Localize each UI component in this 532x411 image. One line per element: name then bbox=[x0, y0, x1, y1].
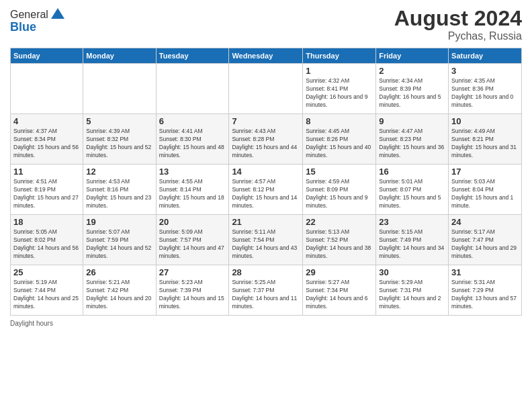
day-number: 2 bbox=[379, 66, 445, 76]
day-detail: Sunrise: 4:59 AM Sunset: 8:09 PM Dayligh… bbox=[306, 178, 373, 210]
day-number: 15 bbox=[306, 167, 373, 177]
day-number: 13 bbox=[159, 167, 226, 177]
day-number: 11 bbox=[13, 167, 80, 177]
page-header: General Blue August 2024 Pychas, Russia bbox=[10, 7, 522, 42]
day-detail: Sunrise: 5:07 AM Sunset: 7:59 PM Dayligh… bbox=[86, 228, 152, 261]
table-row bbox=[229, 64, 303, 114]
day-number: 1 bbox=[306, 66, 373, 76]
col-saturday: Saturday bbox=[449, 48, 522, 64]
table-row: 24Sunrise: 5:17 AM Sunset: 7:47 PM Dayli… bbox=[449, 215, 522, 265]
location-title: Pychas, Russia bbox=[394, 30, 522, 42]
day-number: 17 bbox=[451, 167, 519, 177]
table-row: 18Sunrise: 5:05 AM Sunset: 8:02 PM Dayli… bbox=[11, 215, 83, 265]
table-row: 3Sunrise: 4:35 AM Sunset: 8:36 PM Daylig… bbox=[449, 64, 522, 114]
calendar-week-row: 1Sunrise: 4:32 AM Sunset: 8:41 PM Daylig… bbox=[11, 64, 522, 114]
day-number: 22 bbox=[306, 217, 373, 227]
table-row: 21Sunrise: 5:11 AM Sunset: 7:54 PM Dayli… bbox=[229, 215, 303, 265]
col-friday: Friday bbox=[376, 48, 449, 64]
day-detail: Sunrise: 4:47 AM Sunset: 8:23 PM Dayligh… bbox=[379, 128, 445, 160]
day-number: 30 bbox=[379, 267, 445, 277]
table-row bbox=[156, 64, 229, 114]
calendar-week-row: 18Sunrise: 5:05 AM Sunset: 8:02 PM Dayli… bbox=[11, 215, 522, 265]
col-tuesday: Tuesday bbox=[156, 48, 229, 64]
calendar-table: Sunday Monday Tuesday Wednesday Thursday… bbox=[10, 48, 522, 316]
day-detail: Sunrise: 5:01 AM Sunset: 8:07 PM Dayligh… bbox=[379, 178, 445, 210]
table-row: 30Sunrise: 5:29 AM Sunset: 7:31 PM Dayli… bbox=[376, 265, 449, 316]
day-detail: Sunrise: 5:03 AM Sunset: 8:04 PM Dayligh… bbox=[451, 178, 519, 210]
logo-icon bbox=[50, 7, 66, 23]
table-row: 19Sunrise: 5:07 AM Sunset: 7:59 PM Dayli… bbox=[83, 215, 156, 265]
day-number: 24 bbox=[451, 217, 519, 227]
day-detail: Sunrise: 5:17 AM Sunset: 7:47 PM Dayligh… bbox=[451, 228, 519, 261]
day-number: 26 bbox=[86, 267, 152, 277]
day-detail: Sunrise: 4:45 AM Sunset: 8:26 PM Dayligh… bbox=[306, 128, 373, 160]
day-detail: Sunrise: 5:21 AM Sunset: 7:42 PM Dayligh… bbox=[86, 279, 152, 311]
logo: General Blue bbox=[10, 7, 66, 34]
svg-marker-0 bbox=[51, 8, 64, 19]
table-row: 11Sunrise: 4:51 AM Sunset: 8:19 PM Dayli… bbox=[11, 165, 83, 215]
col-thursday: Thursday bbox=[303, 48, 376, 64]
day-number: 9 bbox=[379, 116, 445, 126]
day-detail: Sunrise: 5:11 AM Sunset: 7:54 PM Dayligh… bbox=[232, 228, 300, 261]
calendar-week-row: 25Sunrise: 5:19 AM Sunset: 7:44 PM Dayli… bbox=[11, 265, 522, 316]
day-number: 19 bbox=[86, 217, 152, 227]
footer: Daylight hours bbox=[10, 320, 522, 327]
table-row: 12Sunrise: 4:53 AM Sunset: 8:16 PM Dayli… bbox=[83, 165, 156, 215]
table-row: 29Sunrise: 5:27 AM Sunset: 7:34 PM Dayli… bbox=[303, 265, 376, 316]
day-number: 21 bbox=[232, 217, 300, 227]
day-detail: Sunrise: 4:53 AM Sunset: 8:16 PM Dayligh… bbox=[86, 178, 152, 210]
day-detail: Sunrise: 5:15 AM Sunset: 7:49 PM Dayligh… bbox=[379, 228, 445, 261]
day-detail: Sunrise: 5:09 AM Sunset: 7:57 PM Dayligh… bbox=[159, 228, 226, 261]
day-detail: Sunrise: 4:57 AM Sunset: 8:12 PM Dayligh… bbox=[232, 178, 300, 210]
day-number: 25 bbox=[13, 267, 80, 277]
day-detail: Sunrise: 5:29 AM Sunset: 7:31 PM Dayligh… bbox=[379, 279, 445, 311]
table-row: 31Sunrise: 5:31 AM Sunset: 7:29 PM Dayli… bbox=[449, 265, 522, 316]
calendar-week-row: 11Sunrise: 4:51 AM Sunset: 8:19 PM Dayli… bbox=[11, 165, 522, 215]
table-row: 5Sunrise: 4:39 AM Sunset: 8:32 PM Daylig… bbox=[83, 114, 156, 165]
day-detail: Sunrise: 4:41 AM Sunset: 8:30 PM Dayligh… bbox=[159, 128, 226, 160]
day-detail: Sunrise: 4:34 AM Sunset: 8:39 PM Dayligh… bbox=[379, 77, 445, 109]
table-row: 1Sunrise: 4:32 AM Sunset: 8:41 PM Daylig… bbox=[303, 64, 376, 114]
month-year-title: August 2024 bbox=[394, 7, 522, 30]
day-detail: Sunrise: 4:43 AM Sunset: 8:28 PM Dayligh… bbox=[232, 128, 300, 160]
table-row: 9Sunrise: 4:47 AM Sunset: 8:23 PM Daylig… bbox=[376, 114, 449, 165]
day-number: 3 bbox=[451, 66, 519, 76]
day-number: 6 bbox=[159, 116, 226, 126]
day-detail: Sunrise: 5:27 AM Sunset: 7:34 PM Dayligh… bbox=[306, 279, 373, 311]
table-row: 4Sunrise: 4:37 AM Sunset: 8:34 PM Daylig… bbox=[11, 114, 83, 165]
table-row: 6Sunrise: 4:41 AM Sunset: 8:30 PM Daylig… bbox=[156, 114, 229, 165]
day-number: 20 bbox=[159, 217, 226, 227]
day-detail: Sunrise: 4:55 AM Sunset: 8:14 PM Dayligh… bbox=[159, 178, 226, 210]
calendar-week-row: 4Sunrise: 4:37 AM Sunset: 8:34 PM Daylig… bbox=[11, 114, 522, 165]
logo-general-text: General bbox=[10, 9, 48, 21]
table-row: 28Sunrise: 5:25 AM Sunset: 7:37 PM Dayli… bbox=[229, 265, 303, 316]
col-sunday: Sunday bbox=[11, 48, 83, 64]
table-row: 2Sunrise: 4:34 AM Sunset: 8:39 PM Daylig… bbox=[376, 64, 449, 114]
day-number: 16 bbox=[379, 167, 445, 177]
table-row: 13Sunrise: 4:55 AM Sunset: 8:14 PM Dayli… bbox=[156, 165, 229, 215]
day-number: 31 bbox=[451, 267, 519, 277]
day-detail: Sunrise: 5:19 AM Sunset: 7:44 PM Dayligh… bbox=[13, 279, 80, 311]
day-number: 4 bbox=[13, 116, 80, 126]
day-detail: Sunrise: 4:51 AM Sunset: 8:19 PM Dayligh… bbox=[13, 178, 80, 210]
day-number: 7 bbox=[232, 116, 300, 126]
col-monday: Monday bbox=[83, 48, 156, 64]
table-row: 7Sunrise: 4:43 AM Sunset: 8:28 PM Daylig… bbox=[229, 114, 303, 165]
day-number: 23 bbox=[379, 217, 445, 227]
table-row: 22Sunrise: 5:13 AM Sunset: 7:52 PM Dayli… bbox=[303, 215, 376, 265]
day-detail: Sunrise: 4:32 AM Sunset: 8:41 PM Dayligh… bbox=[306, 77, 373, 109]
day-detail: Sunrise: 5:31 AM Sunset: 7:29 PM Dayligh… bbox=[451, 279, 519, 311]
table-row: 25Sunrise: 5:19 AM Sunset: 7:44 PM Dayli… bbox=[11, 265, 83, 316]
day-detail: Sunrise: 5:23 AM Sunset: 7:39 PM Dayligh… bbox=[159, 279, 226, 311]
title-block: August 2024 Pychas, Russia bbox=[394, 7, 522, 42]
day-detail: Sunrise: 4:37 AM Sunset: 8:34 PM Dayligh… bbox=[13, 128, 80, 160]
table-row bbox=[83, 64, 156, 114]
table-row: 27Sunrise: 5:23 AM Sunset: 7:39 PM Dayli… bbox=[156, 265, 229, 316]
day-detail: Sunrise: 4:49 AM Sunset: 8:21 PM Dayligh… bbox=[451, 128, 519, 160]
day-detail: Sunrise: 4:35 AM Sunset: 8:36 PM Dayligh… bbox=[451, 77, 519, 109]
table-row: 15Sunrise: 4:59 AM Sunset: 8:09 PM Dayli… bbox=[303, 165, 376, 215]
day-detail: Sunrise: 5:25 AM Sunset: 7:37 PM Dayligh… bbox=[232, 279, 300, 311]
table-row bbox=[11, 64, 83, 114]
table-row: 8Sunrise: 4:45 AM Sunset: 8:26 PM Daylig… bbox=[303, 114, 376, 165]
table-row: 16Sunrise: 5:01 AM Sunset: 8:07 PM Dayli… bbox=[376, 165, 449, 215]
